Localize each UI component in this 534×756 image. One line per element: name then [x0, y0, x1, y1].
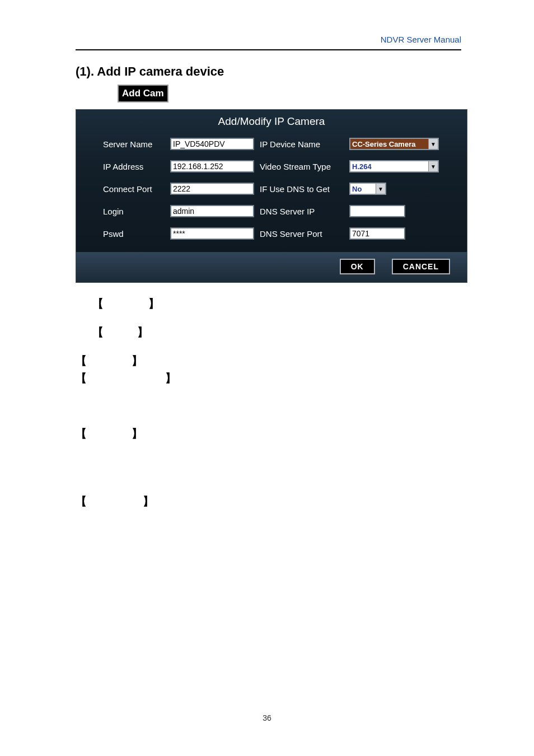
bracket-row: 【 】	[92, 296, 467, 311]
ip-device-name-value: CC-Series Camera	[352, 140, 415, 148]
page: NDVR Server Manual (1). Add IP camera de…	[0, 0, 534, 756]
ok-button[interactable]: OK	[340, 259, 375, 274]
use-dns-value: No	[352, 185, 362, 193]
ip-address-input[interactable]: 192.168.1.252	[170, 160, 254, 172]
video-stream-type-label: Video Stream Type	[260, 162, 344, 171]
chevron-down-icon: ▼	[376, 184, 385, 194]
bracket-row: 【 】	[76, 353, 467, 368]
header-link: NDVR Server Manual	[381, 35, 461, 44]
pswd-label: Pswd	[103, 229, 165, 239]
dns-server-ip-label: DNS Server IP	[260, 207, 344, 216]
dns-server-port-input[interactable]: 7071	[349, 227, 405, 240]
bracket-row: 【 】	[92, 325, 467, 340]
dialog-footer: OK CANCEL	[76, 252, 467, 282]
ip-address-label: IP Address	[103, 162, 165, 171]
header-link-text[interactable]: NDVR Server Manual	[381, 35, 461, 44]
header-rule	[76, 49, 461, 50]
dns-server-ip-input[interactable]	[349, 205, 405, 217]
form-grid: Server Name IP_VD540PDV IP Device Name C…	[76, 138, 467, 252]
dialog-title: Add/Modify IP Camera	[76, 110, 467, 138]
login-input[interactable]: admin	[170, 205, 254, 217]
pswd-input[interactable]: ****	[170, 227, 254, 240]
bracket-row: 【 】	[76, 371, 467, 386]
connect-port-label: Connect Port	[103, 184, 165, 194]
video-stream-type-value: H.264	[352, 162, 372, 171]
add-cam-button[interactable]: Add Cam	[118, 85, 168, 102]
server-name-input[interactable]: IP_VD540PDV	[170, 138, 254, 150]
cancel-button[interactable]: CANCEL	[392, 259, 450, 274]
login-label: Login	[103, 207, 165, 216]
server-name-label: Server Name	[103, 139, 165, 149]
dns-server-port-label: DNS Server Port	[260, 229, 344, 239]
connect-port-input[interactable]: 2222	[170, 183, 254, 195]
ip-device-name-label: IP Device Name	[260, 139, 344, 149]
section-title: (1). Add IP camera device	[76, 64, 467, 79]
add-modify-ip-camera-dialog: Add/Modify IP Camera Server Name IP_VD54…	[76, 109, 467, 283]
use-dns-select[interactable]: No ▼	[349, 183, 386, 195]
bracket-row: 【 】	[76, 426, 467, 441]
ip-device-name-select[interactable]: CC-Series Camera ▼	[349, 138, 439, 150]
use-dns-label: IF Use DNS to Get	[260, 184, 344, 194]
page-number: 36	[0, 713, 534, 722]
chevron-down-icon: ▼	[428, 139, 438, 149]
bracket-row: 【 】	[76, 494, 467, 509]
video-stream-type-select[interactable]: H.264 ▼	[349, 160, 439, 172]
chevron-down-icon: ▼	[428, 161, 438, 171]
